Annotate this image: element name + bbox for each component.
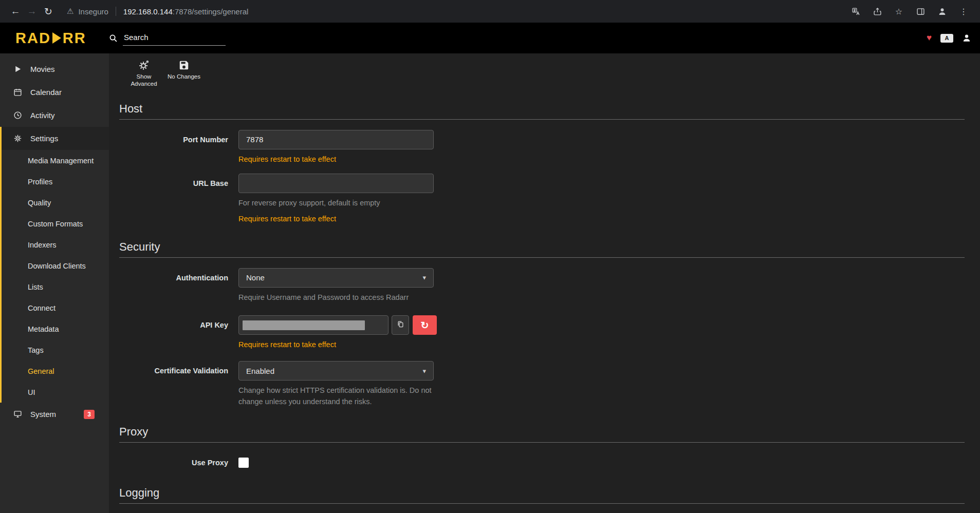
sidebar-item-general[interactable]: General: [2, 360, 109, 382]
form-row-api-key: API Key ↻ Requires restart to tak: [119, 315, 965, 349]
donate-heart-icon[interactable]: ♥: [927, 33, 932, 43]
side-panel-icon[interactable]: [915, 6, 926, 16]
reload-icon[interactable]: ↻: [40, 6, 57, 17]
form-row-authentication: Authentication None ▾ Require Username a…: [119, 268, 965, 303]
sidebar-item-connect[interactable]: Connect: [2, 297, 109, 318]
share-icon[interactable]: [872, 6, 882, 16]
sidebar-item-label: Calendar: [30, 88, 62, 97]
advanced-settings-icon: [138, 60, 150, 71]
api-key-warning: Requires restart to take effect: [238, 340, 437, 349]
sidebar-item-profiles[interactable]: Profiles: [2, 171, 109, 192]
section-title-proxy: Proxy: [119, 425, 965, 443]
url-host: 192.168.0.144: [123, 7, 173, 16]
gear-icon: [13, 134, 23, 143]
certificate-validation-help: Change how strict HTTPS certification va…: [238, 385, 444, 408]
sidebar-item-media-management[interactable]: Media Management: [2, 150, 109, 171]
system-badge: 3: [84, 410, 95, 419]
sidebar-item-metadata[interactable]: Metadata: [2, 318, 109, 339]
certificate-validation-value: Enabled: [246, 367, 274, 375]
section-title-host: Host: [119, 102, 965, 120]
sidebar-item-download-clients[interactable]: Download Clients: [2, 255, 109, 276]
sidebar-item-activity[interactable]: Activity: [0, 104, 109, 127]
user-icon[interactable]: [962, 33, 971, 43]
browser-actions: ☆ ⋮: [850, 6, 973, 16]
search-box: [109, 31, 226, 46]
page-toolbar: Show Advanced No Changes: [119, 53, 965, 89]
not-secure-warning-icon[interactable]: ⚠: [67, 7, 73, 16]
api-key-group: ↻: [238, 315, 437, 335]
sidebar-item-label: Movies: [30, 65, 55, 73]
sidebar-item-tags[interactable]: Tags: [2, 339, 109, 360]
url-base-input[interactable]: [238, 174, 434, 193]
sidebar-item-lists[interactable]: Lists: [2, 276, 109, 297]
sidebar-item-ui[interactable]: UI: [2, 382, 109, 403]
authentication-label: Authentication: [119, 268, 238, 303]
address-separator: [116, 7, 116, 16]
settings-general-page: Show Advanced No Changes Host Port Numbe…: [109, 53, 980, 513]
authentication-value: None: [246, 273, 265, 282]
sidebar-item-label: Activity: [30, 111, 55, 120]
address-bar[interactable]: ⚠ Inseguro 192.168.0.144:7878/settings/g…: [67, 7, 248, 16]
app-header: RAD RR ♥ A: [0, 23, 980, 53]
port-number-input[interactable]: [238, 130, 434, 149]
api-key-control: ↻ Requires restart to take effect: [238, 315, 437, 349]
sidebar-item-indexers[interactable]: Indexers: [2, 234, 109, 255]
url-base-label: URL Base: [119, 174, 238, 223]
sidebar-item-label: System: [30, 410, 56, 419]
header-actions: ♥ A: [927, 33, 980, 43]
port-number-label: Port Number: [119, 130, 238, 163]
sidebar-item-custom-formats[interactable]: Custom Formats: [2, 213, 109, 234]
chevron-down-icon: ▾: [422, 274, 426, 281]
sidebar-item-system[interactable]: System 3: [0, 403, 109, 426]
use-proxy-label: Use Proxy: [119, 453, 238, 468]
screen: ← → ↻ ⚠ Inseguro 192.168.0.144:7878/sett…: [0, 0, 980, 513]
sidebar-item-quality[interactable]: Quality: [2, 192, 109, 213]
url-text: 192.168.0.144:7878/settings/general: [123, 7, 249, 16]
authentication-control: None ▾ Require Username and Password to …: [238, 268, 434, 303]
authentication-help: Require Username and Password to access …: [238, 292, 434, 303]
api-key-input[interactable]: [238, 315, 389, 335]
certificate-validation-select[interactable]: Enabled ▾: [238, 361, 434, 381]
logo-text-right: RR: [63, 31, 86, 46]
calendar-icon: [13, 88, 23, 97]
search-icon: [109, 34, 118, 43]
form-row-use-proxy: Use Proxy: [119, 453, 965, 468]
no-changes-button[interactable]: No Changes: [168, 60, 200, 88]
form-row-certificate-validation: Certificate Validation Enabled ▾ Change …: [119, 361, 965, 408]
copy-api-key-button[interactable]: [392, 315, 409, 335]
back-icon[interactable]: ←: [7, 6, 24, 17]
profile-avatar-icon[interactable]: [937, 6, 947, 16]
no-changes-label: No Changes: [168, 73, 200, 80]
clock-icon: [13, 111, 23, 120]
radarr-logo[interactable]: RAD RR: [0, 31, 109, 46]
search-input[interactable]: [123, 31, 226, 46]
sidebar-item-movies[interactable]: Movies: [0, 58, 109, 81]
sync-icon: ↻: [421, 319, 429, 331]
sidebar-item-settings[interactable]: Settings: [2, 127, 109, 150]
chevron-down-icon: ▾: [422, 367, 426, 375]
browser-translate-icon[interactable]: [850, 6, 861, 16]
browser-toolbar: ← → ↻ ⚠ Inseguro 192.168.0.144:7878/sett…: [0, 0, 980, 23]
sidebar-settings-group: Settings Media Management Profiles Quali…: [0, 127, 109, 403]
api-key-hidden-value: [243, 320, 365, 330]
app-body: Movies Calendar Activity Sett: [0, 53, 980, 513]
use-proxy-checkbox[interactable]: [238, 458, 249, 468]
translate-icon[interactable]: A: [940, 34, 953, 43]
port-number-control: Requires restart to take effect: [238, 130, 434, 163]
form-row-url-base: URL Base For reverse proxy support, defa…: [119, 174, 965, 223]
sidebar-item-label: Settings: [30, 134, 58, 143]
authentication-select[interactable]: None ▾: [238, 268, 434, 288]
play-triangle-icon: [52, 32, 61, 44]
show-advanced-label: Show Advanced: [127, 73, 160, 88]
forward-icon[interactable]: →: [24, 6, 40, 17]
regenerate-api-key-button[interactable]: ↻: [413, 315, 437, 335]
sidebar: Movies Calendar Activity Sett: [0, 53, 109, 513]
url-path: :7878/settings/general: [173, 7, 249, 16]
menu-dots-icon[interactable]: ⋮: [958, 6, 969, 16]
movies-icon: [13, 65, 23, 73]
show-advanced-button[interactable]: Show Advanced: [127, 60, 160, 88]
bookmark-star-icon[interactable]: ☆: [894, 6, 904, 16]
sidebar-item-calendar[interactable]: Calendar: [0, 81, 109, 104]
url-base-control: For reverse proxy support, default is em…: [238, 174, 434, 223]
url-base-warning: Requires restart to take effect: [238, 215, 434, 223]
